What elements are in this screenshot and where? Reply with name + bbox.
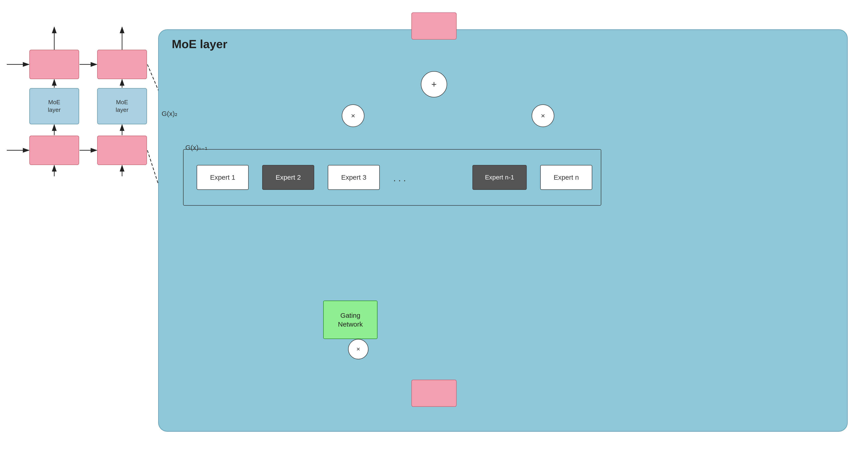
main-canvas: MoE layer MoE layer MoE layer + × × Expe… [0, 0, 868, 459]
expert-n1-box: Expert n-1 [472, 165, 527, 190]
expert-dots: · · · [393, 175, 406, 185]
multiply-circle-2: × [532, 104, 554, 127]
left-pink-box-bottom-left [29, 135, 79, 165]
multiply-circle-3: × [348, 339, 368, 359]
output-pink-box [411, 12, 457, 39]
left-moe-box-left: MoE layer [29, 88, 79, 124]
moe-layer-title: MoE layer [172, 37, 227, 51]
gx2-label: G(x)₂ [162, 110, 178, 118]
multiply-circle-1: × [342, 104, 364, 127]
expert-2-box: Expert 2 [262, 165, 314, 190]
left-pink-box-bottom-right [97, 135, 147, 165]
expert-1-box: Expert 1 [197, 165, 249, 190]
left-pink-box-top-right [97, 50, 147, 79]
gating-network-box: Gating Network [323, 301, 377, 339]
expert-3-box: Expert 3 [328, 165, 380, 190]
left-pink-box-top-left [29, 50, 79, 79]
input-pink-box [411, 380, 457, 407]
moe-layer-panel [158, 29, 848, 432]
gxn1-label: G(x)ₙ₋₁ [185, 144, 208, 151]
expert-n-box: Expert n [540, 165, 592, 190]
sum-circle: + [421, 71, 447, 97]
left-moe-box-right: MoE layer [97, 88, 147, 124]
